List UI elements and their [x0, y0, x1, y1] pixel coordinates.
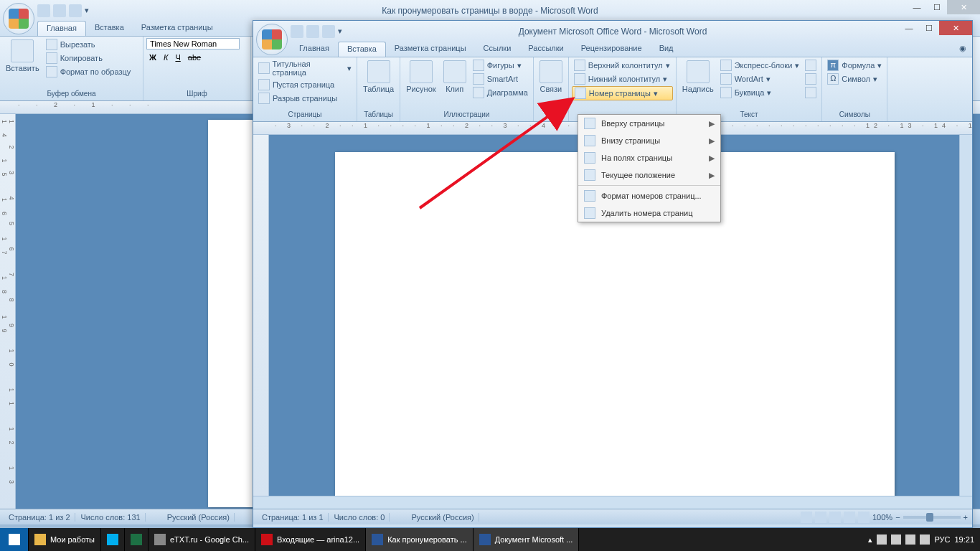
win2-tab-layout[interactable]: Разметка страницы [386, 42, 475, 57]
win2-qat-redo-icon[interactable] [322, 25, 335, 38]
header-button[interactable]: Верхний колонтитул ▾ [572, 59, 673, 72]
zoom-slider[interactable] [903, 516, 961, 519]
win1-maximize-button[interactable]: ☐ [927, 0, 947, 14]
tray-expand-icon[interactable]: ▴ [868, 535, 872, 545]
win1-close-button[interactable]: ✕ [947, 0, 980, 14]
win2-tab-refs[interactable]: Ссылки [475, 42, 520, 57]
view-reading-icon[interactable] [815, 512, 826, 523]
win2-close-button[interactable]: ✕ [939, 21, 972, 35]
qat-undo-icon[interactable] [53, 4, 66, 17]
format-painter-button[interactable]: Формат по образцу [44, 65, 133, 78]
win1-vertical-ruler[interactable]: 1 2 3 4 5 6 7 8 9 10 11 12 13 14 15 16 1… [0, 114, 16, 509]
tray-time[interactable]: 19:21 [954, 535, 974, 544]
taskbar-item-skype[interactable] [101, 528, 125, 551]
pagenum-top-item[interactable]: Вверху страницы▶ [578, 115, 720, 132]
page-break-button[interactable]: Разрыв страницы [256, 92, 354, 105]
pagenum-current-item[interactable]: Текущее положение▶ [578, 166, 720, 184]
tray-app-icon[interactable] [877, 534, 887, 545]
view-print-layout-icon[interactable] [801, 512, 812, 523]
qat-save-icon[interactable] [37, 4, 50, 17]
textbox-button[interactable]: Надпись [679, 59, 717, 95]
help-icon[interactable]: ◉ [953, 42, 972, 57]
win2-tab-insert[interactable]: Вставка [338, 42, 386, 57]
underline-button[interactable]: Ч [172, 52, 183, 62]
view-outline-icon[interactable] [844, 512, 855, 523]
datetime-button[interactable] [803, 72, 819, 85]
start-button[interactable] [0, 528, 29, 551]
win1-status-words[interactable]: Число слов: 131 [77, 513, 146, 522]
pagenum-format-item[interactable]: Формат номеров страниц... [578, 187, 720, 204]
win2-vertical-ruler[interactable] [253, 135, 269, 496]
taskbar-item-opera[interactable]: Входящие — arina12... [255, 528, 366, 551]
zoom-in-button[interactable]: + [963, 513, 968, 522]
taskbar-item-chrome[interactable]: eTXT.ru - Google Ch... [149, 528, 255, 551]
win1-tab-layout[interactable]: Разметка страницы [133, 21, 222, 36]
win2-minimize-button[interactable]: — [899, 21, 919, 35]
table-button[interactable]: Таблица [360, 59, 397, 95]
pagenum-bottom-item[interactable]: Внизу страницы▶ [578, 132, 720, 149]
cut-button[interactable]: Вырезать [44, 38, 133, 51]
datetime-icon [805, 73, 816, 85]
pagenum-remove-item[interactable]: Удалить номера страниц [578, 204, 720, 222]
equation-button[interactable]: πФормула ▾ [825, 59, 884, 72]
view-web-icon[interactable] [829, 512, 841, 523]
win2-status-lang[interactable]: Русский (Россия) [407, 513, 479, 522]
win2-tab-home[interactable]: Главная [291, 42, 338, 57]
links-button[interactable]: Связи [537, 59, 565, 95]
strikethrough-button[interactable]: abe [185, 52, 204, 62]
win2-status-words[interactable]: Число слов: 0 [330, 513, 390, 522]
zoom-level[interactable]: 100% [872, 513, 892, 522]
wordart-button[interactable]: WordArt ▾ [718, 72, 802, 85]
symbol-button[interactable]: ΩСимвол ▾ [825, 72, 884, 85]
page-number-button[interactable]: Номер страницы ▾ [572, 86, 673, 100]
tray-network-icon[interactable] [905, 534, 915, 545]
win1-tab-insert[interactable]: Вставка [86, 21, 133, 36]
win2-qat-undo-icon[interactable] [306, 25, 319, 38]
footer-button[interactable]: Нижний колонтитул ▾ [572, 72, 673, 85]
win1-tab-home[interactable]: Главная [37, 21, 86, 36]
taskbar-item-folder[interactable]: Мои работы [29, 528, 101, 551]
win2-qat-dropdown-icon[interactable]: ▾ [338, 27, 342, 36]
win2-horizontal-scrollbar[interactable] [253, 496, 972, 509]
smartart-button[interactable]: SmartArt [471, 72, 530, 85]
clip-button[interactable]: Клип [440, 59, 469, 95]
office-button[interactable] [3, 3, 34, 34]
font-name-select[interactable] [146, 38, 240, 50]
quickparts-button[interactable]: Экспресс-блоки ▾ [718, 59, 802, 72]
italic-button[interactable]: К [161, 52, 171, 62]
picture-button[interactable]: Рисунок [403, 59, 439, 95]
tray-lang[interactable]: РУС [934, 535, 950, 544]
win2-status-page[interactable]: Страница: 1 из 1 [258, 513, 329, 522]
tray-flag-icon[interactable] [891, 534, 901, 545]
dropcap-button[interactable]: Буквица ▾ [718, 86, 802, 99]
pagenum-margins-item[interactable]: На полях страницы▶ [578, 149, 720, 166]
zoom-out-button[interactable]: − [895, 513, 900, 522]
taskbar-item-excel[interactable] [125, 528, 149, 551]
win2-tab-review[interactable]: Рецензирование [573, 42, 651, 57]
win2-vertical-scrollbar[interactable] [959, 135, 972, 496]
bold-button[interactable]: Ж [146, 52, 159, 62]
clipboard-group-label: Буфер обмена [3, 88, 140, 99]
win2-qat-save-icon[interactable] [291, 25, 303, 38]
copy-button[interactable]: Копировать [44, 52, 133, 65]
shapes-button[interactable]: Фигуры ▾ [471, 59, 530, 72]
taskbar-item-word2[interactable]: Документ Microsoft ... [473, 528, 580, 551]
paste-button[interactable]: Вставить [3, 38, 42, 74]
blank-page-button[interactable]: Пустая страница [256, 78, 354, 91]
qat-redo-icon[interactable] [69, 4, 82, 17]
view-draft-icon[interactable] [858, 512, 870, 523]
cover-page-button[interactable]: Титульная страница ▾ [256, 59, 354, 77]
win2-maximize-button[interactable]: ☐ [919, 21, 939, 35]
taskbar-item-word1[interactable]: Как пронумеровать ... [366, 528, 473, 551]
qat-dropdown-icon[interactable]: ▾ [85, 6, 89, 15]
signature-button[interactable] [803, 59, 819, 72]
win1-minimize-button[interactable]: — [907, 0, 927, 14]
win1-status-lang[interactable]: Русский (Россия) [163, 513, 235, 522]
win1-status-page[interactable]: Страница: 1 из 2 [4, 513, 75, 522]
chart-button[interactable]: Диаграмма [471, 86, 530, 99]
win2-tab-mailings[interactable]: Рассылки [519, 42, 572, 57]
win2-office-button[interactable] [256, 24, 288, 55]
object-button[interactable] [803, 86, 819, 99]
win2-tab-view[interactable]: Вид [651, 42, 682, 57]
tray-volume-icon[interactable] [920, 534, 930, 545]
